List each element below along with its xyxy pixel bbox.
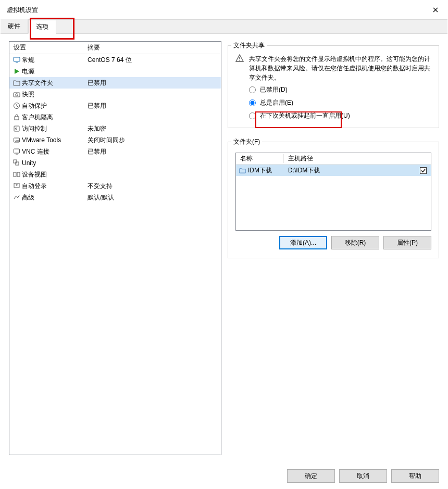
svg-point-2	[16, 94, 18, 96]
props-button-label: 属性(P)	[397, 239, 418, 247]
cancel-button[interactable]: 取消	[339, 469, 387, 483]
radio-until[interactable]: 在下次关机或挂起前一直启用(U)	[249, 111, 431, 120]
radio-disabled-input[interactable]	[249, 86, 256, 93]
help-button-label: 帮助	[409, 472, 421, 481]
share-legend: 文件夹共享	[231, 41, 267, 50]
lock-icon	[11, 114, 22, 121]
settings-row-summary: CentOS 7 64 位	[88, 56, 219, 65]
settings-row-7[interactable]: vmVMware Tools关闭时间同步	[9, 134, 221, 146]
settings-row-0[interactable]: 常规CentOS 7 64 位	[9, 54, 221, 66]
close-icon	[433, 7, 438, 12]
svg-rect-10	[14, 160, 17, 163]
svg-rect-9	[14, 149, 20, 153]
radio-always-input[interactable]	[249, 99, 256, 106]
tabbar: 硬件 选项	[1, 19, 447, 34]
play-icon	[11, 68, 22, 75]
radio-disabled-label: 已禁用(D)	[260, 85, 288, 94]
titlebar: 虚拟机设置	[1, 1, 447, 19]
folder-icon	[11, 79, 22, 86]
settings-row-name: VNC 连接	[22, 147, 88, 156]
key-icon	[11, 125, 22, 132]
folders-header-name[interactable]: 名称	[236, 154, 284, 163]
help-button[interactable]: 帮助	[391, 469, 439, 483]
clock-icon	[11, 102, 22, 109]
login-icon	[11, 182, 22, 190]
settings-row-10[interactable]: 设备视图	[9, 169, 221, 180]
settings-row-4[interactable]: 自动保护已禁用	[9, 100, 221, 111]
header-setting: 设置	[9, 43, 88, 52]
svg-rect-13	[17, 172, 20, 177]
folder-row-path: D:\IDM下载	[284, 166, 415, 175]
settings-row-name: 快照	[22, 90, 88, 99]
radio-always[interactable]: 总是启用(E)	[249, 98, 431, 107]
settings-row-summary: 已禁用	[88, 102, 219, 110]
svg-rect-0	[14, 57, 20, 61]
settings-row-5[interactable]: 客户机隔离	[9, 111, 221, 123]
settings-row-6[interactable]: 访问控制未加密	[9, 123, 221, 134]
settings-row-name: 电源	[22, 67, 88, 76]
settings-list-header: 设置 摘要	[9, 42, 221, 54]
remove-button[interactable]: 移除(R)	[331, 236, 379, 249]
device-icon	[11, 171, 22, 178]
folder-icon	[239, 167, 246, 174]
add-button[interactable]: 添加(A)...	[279, 236, 327, 249]
header-summary: 摘要	[88, 43, 221, 52]
settings-row-8[interactable]: VNC 连接已禁用	[9, 146, 221, 157]
monitor-icon	[11, 56, 22, 64]
folders-legend: 文件夹(F)	[231, 137, 262, 146]
radio-disabled[interactable]: 已禁用(D)	[249, 85, 431, 94]
ok-button-label: 确定	[305, 472, 317, 481]
share-fieldset: 文件夹共享 共享文件夹会将您的文件显示给虚拟机中的程序。这可能为您的计算机和数据…	[228, 41, 439, 128]
tab-options[interactable]: 选项	[28, 20, 56, 34]
svg-point-15	[16, 184, 17, 185]
svg-rect-12	[14, 172, 16, 177]
svg-text:vm: vm	[15, 139, 19, 142]
radio-until-input[interactable]	[249, 112, 256, 119]
svg-rect-4	[15, 117, 19, 120]
ok-button[interactable]: 确定	[287, 469, 335, 483]
settings-row-summary: 默认/默认	[88, 193, 219, 202]
share-warning-text: 共享文件夹会将您的文件显示给虚拟机中的程序。这可能为您的计算机和数据带来风险。请…	[249, 54, 431, 82]
camera-icon	[11, 91, 22, 98]
folders-fieldset: 文件夹(F) 名称 主机路径 IDM下载	[228, 137, 439, 258]
settings-row-name: 常规	[22, 56, 88, 65]
tab-hardware[interactable]: 硬件	[1, 19, 28, 33]
vm-tools-icon: vm	[11, 136, 22, 144]
settings-row-name: 自动登录	[22, 182, 88, 191]
add-button-label: 添加(A)...	[290, 239, 316, 247]
svg-rect-11	[16, 162, 19, 165]
props-button[interactable]: 属性(P)	[383, 236, 431, 249]
settings-row-summary: 已禁用	[88, 147, 219, 156]
remove-button-label: 移除(R)	[345, 239, 366, 247]
settings-row-name: 自动保护	[22, 102, 88, 110]
svg-rect-17	[239, 60, 240, 61]
radio-always-label: 总是启用(E)	[260, 98, 293, 107]
settings-list: 设置 摘要 常规CentOS 7 64 位电源共享文件夹已禁用快照自动保护已禁用…	[9, 41, 221, 455]
settings-row-1[interactable]: 电源	[9, 66, 221, 77]
check-icon	[421, 168, 426, 173]
settings-row-name: VMware Tools	[22, 136, 88, 144]
svg-point-6	[16, 128, 17, 130]
settings-row-9[interactable]: Unity	[9, 157, 221, 169]
vnc-icon	[11, 148, 22, 155]
window-title: 虚拟机设置	[7, 6, 424, 15]
settings-row-name: 客户机隔离	[22, 113, 88, 122]
svg-rect-16	[239, 57, 240, 59]
settings-row-11[interactable]: 自动登录不受支持	[9, 180, 221, 192]
folders-header-path[interactable]: 主机路径	[284, 154, 431, 163]
settings-row-name: 设备视图	[22, 170, 88, 179]
settings-row-summary: 已禁用	[88, 79, 219, 87]
folder-row[interactable]: IDM下载 D:\IDM下载	[236, 165, 431, 176]
folders-table: 名称 主机路径 IDM下载 D:\IDM下载	[235, 153, 431, 231]
unity-icon	[11, 159, 22, 167]
settings-row-2[interactable]: 共享文件夹已禁用	[9, 77, 221, 89]
advanced-icon	[11, 194, 22, 201]
settings-row-12[interactable]: 高级默认/默认	[9, 192, 221, 203]
tab-options-label: 选项	[36, 22, 48, 31]
close-button[interactable]	[424, 1, 447, 19]
settings-row-3[interactable]: 快照	[9, 89, 221, 100]
warning-icon	[235, 54, 244, 62]
tab-hardware-label: 硬件	[8, 22, 20, 31]
settings-row-name: 共享文件夹	[22, 79, 88, 87]
folder-row-checkbox[interactable]	[420, 167, 427, 174]
